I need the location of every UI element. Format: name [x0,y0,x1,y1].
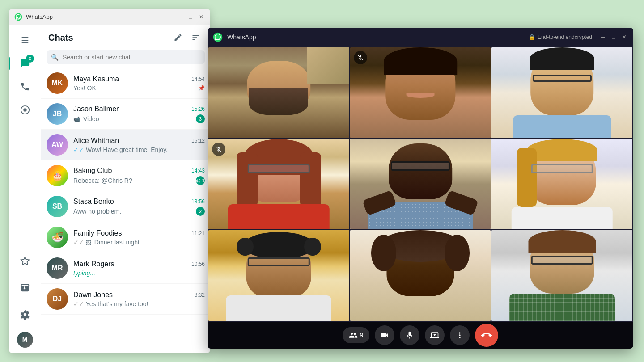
chat-list: MK Maya Kasuma 14:54 Yes! OK 📌 JB [41,68,210,353]
person-4 [208,139,349,230]
person-2 [350,47,491,138]
close-button[interactable]: ✕ [198,13,205,21]
chat-info-stasa: Stasa Benko 13:56 Aww no problem. 2 [73,198,205,216]
chat-avatar-alice: AW [47,134,68,156]
maximize-button[interactable]: □ [187,13,194,21]
chat-time-dawn: 8:32 [195,292,205,298]
chats-header-icons [171,30,203,45]
search-icon: 🔍 [51,54,59,61]
chat-time-stasa: 13:56 [191,198,205,205]
video-maximize-button[interactable]: □ [610,34,617,41]
chat-info-jason: Jason Ballmer 15:26 📹 Video 3 [73,105,205,123]
video-bottom-bar: 9 [208,322,633,349]
video-cell-2 [350,47,491,138]
chat-preview-jason: 📹 Video [73,115,193,122]
window-controls[interactable]: ─ □ ✕ [176,13,205,21]
chat-preview-stasa: Aww no problem. [73,208,193,215]
chat-item-dawn[interactable]: DJ Dawn Jones 8:32 ✓✓ Yes that's my fave… [41,284,210,315]
video-window-controls: ─ □ ✕ [599,34,628,41]
chat-avatar-dawn: DJ [47,288,68,310]
chat-badge-baking: @ 1 [196,176,205,185]
mute-indicator-4 [212,143,225,156]
chat-avatar-maya: MK [47,72,68,94]
new-chat-button[interactable] [171,30,185,45]
video-cell-7 [208,230,349,321]
chat-info-family: Family Foodies 11:21 ✓✓ 🖼 Dinner last ni… [73,229,205,246]
chat-time-mark: 10:56 [191,261,205,267]
chat-item-family[interactable]: 🍜 Family Foodies 11:21 ✓✓ 🖼 Dinner last … [41,222,210,253]
chat-time-maya: 14:54 [191,76,205,82]
filter-button[interactable] [189,30,203,45]
sidebar-item-hamburger[interactable]: ☰ [15,30,35,50]
chat-avatar-stasa: SB [47,196,68,217]
chat-time-baking: 14:43 [191,168,205,174]
chat-badge-jason: 3 [196,114,205,123]
chat-time-family: 11:21 [191,230,205,236]
main-titlebar: WhatsApp ─ □ ✕ [9,9,210,25]
chat-item-maya[interactable]: MK Maya Kasuma 14:54 Yes! OK 📌 [41,68,210,99]
screen-share-button[interactable] [425,325,445,345]
main-title: WhatsApp [26,13,176,20]
person-1 [208,47,349,138]
chat-avatar-baking: 🎂 [47,165,68,186]
participants-count-label: 9 [360,332,364,339]
user-avatar[interactable]: M [17,332,33,348]
chat-avatar-mark: MR [47,257,68,279]
sidebar-item-status[interactable] [15,100,35,120]
video-cell-4 [208,139,349,230]
chat-item-mark[interactable]: MR Mark Rogers 10:56 typing... [41,253,210,284]
chat-preview-mark: typing... [73,269,205,277]
chat-time-alice: 15:12 [191,138,205,144]
person-9 [491,230,632,321]
chat-preview-baking: Rebecca: @Chris R? [73,177,193,184]
chat-item-baking[interactable]: 🎂 Baking Club 14:43 Rebecca: @Chris R? @… [41,160,210,191]
mute-indicator-2 [354,51,367,64]
chat-name-maya: Maya Kasuma [73,75,119,83]
minimize-button[interactable]: ─ [176,13,183,21]
video-cell-6 [491,139,632,230]
chat-preview-maya: Yes! OK [73,84,196,92]
search-input[interactable] [47,50,205,64]
sidebar-item-calls[interactable] [15,77,35,97]
video-cell-3 [491,47,632,138]
chat-info-baking: Baking Club 14:43 Rebecca: @Chris R? @ 1 [73,167,205,185]
video-toggle-button[interactable] [375,325,394,345]
pin-icon-maya: 📌 [198,85,205,91]
video-app-icon [213,32,223,42]
sidebar-item-settings[interactable] [15,305,35,324]
chat-info-mark: Mark Rogers 10:56 typing... [73,260,205,277]
participants-button[interactable]: 9 [343,327,370,343]
chat-name-dawn: Dawn Jones [73,291,113,299]
sidebar-item-archive[interactable] [15,278,35,298]
chat-name-stasa: Stasa Benko [73,198,114,206]
chat-item-jason[interactable]: JB Jason Ballmer 15:26 📹 Video 3 [41,99,210,130]
video-app-title: WhatsApp [227,34,529,41]
sidebar-item-starred[interactable] [15,251,35,271]
sidebar-item-chats[interactable]: 3 [15,54,35,73]
end-call-button[interactable] [475,324,498,347]
video-titlebar: WhatsApp 🔒 End-to-end endcrypted ─ □ ✕ [208,28,633,46]
chat-name-baking: Baking Club [73,167,112,175]
chat-badge-stasa: 2 [196,207,205,216]
more-options-button[interactable] [450,325,470,345]
chat-item-alice[interactable]: AW Alice Whitman 15:12 ✓✓ Wow! Have grea… [41,130,210,160]
video-cell-8 [350,230,491,321]
chat-name-family: Family Foodies [73,229,122,237]
audio-toggle-button[interactable] [400,325,419,345]
person-6 [491,139,632,230]
chats-header: Chats [41,25,210,48]
person-8 [350,230,491,321]
video-close-button[interactable]: ✕ [621,34,628,41]
lock-icon: 🔒 [529,34,535,40]
chat-item-stasa[interactable]: SB Stasa Benko 13:56 Aww no problem. 2 [41,191,210,222]
video-call-window: WhatsApp 🔒 End-to-end endcrypted ─ □ ✕ [208,28,633,349]
chat-name-mark: Mark Rogers [73,260,114,268]
main-app-icon [14,13,22,21]
person-5 [350,139,491,230]
chat-time-jason: 15:26 [191,106,205,112]
video-minimize-button[interactable]: ─ [599,34,606,41]
chat-name-jason: Jason Ballmer [73,105,119,113]
chats-title: Chats [48,33,171,43]
chat-preview-family: ✓✓ 🖼 Dinner last night [73,239,205,246]
chat-avatar-jason: JB [47,103,68,125]
